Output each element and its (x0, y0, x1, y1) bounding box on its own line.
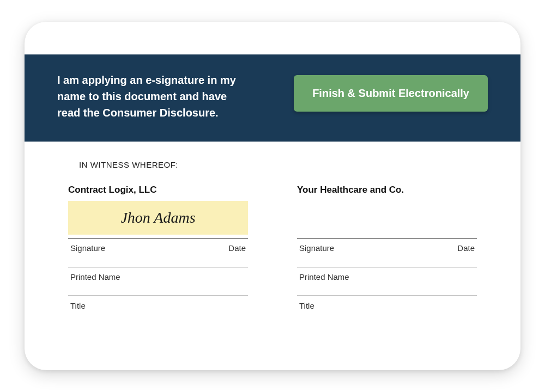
signature-label: Signature (299, 243, 334, 253)
date-label: Date (457, 243, 475, 253)
parties-row: Contract Logix, LLC Jhon Adams Signature… (68, 185, 477, 324)
signature-box-left[interactable]: Jhon Adams (68, 201, 248, 235)
disclosure-text: I am applying an e-signature in my name … (57, 72, 240, 121)
witness-heading: IN WITNESS WHEREOF: (68, 160, 477, 169)
title-row-left: Title (68, 296, 248, 324)
signature-label: Signature (70, 243, 105, 253)
party-name-left: Contract Logix, LLC (68, 185, 248, 195)
document-body: IN WITNESS WHEREOF: Contract Logix, LLC … (25, 142, 520, 341)
title-label: Title (299, 301, 314, 310)
title-row-right: Title (297, 296, 477, 324)
esignature-card: I am applying an e-signature in my name … (25, 22, 520, 370)
party-right: Your Healthcare and Co. Signature Date P… (297, 185, 477, 324)
signature-box-right[interactable] (297, 201, 477, 235)
signature-date-row-left: Signature Date (68, 238, 248, 267)
printed-name-row-right: Printed Name (297, 267, 477, 296)
title-label: Title (70, 301, 86, 310)
party-left: Contract Logix, LLC Jhon Adams Signature… (68, 185, 248, 324)
party-name-right: Your Healthcare and Co. (297, 185, 477, 195)
header-band: I am applying an e-signature in my name … (25, 54, 520, 142)
printed-name-row-left: Printed Name (68, 267, 248, 296)
signature-date-row-right: Signature Date (297, 238, 477, 267)
date-label: Date (228, 243, 246, 253)
finish-submit-button[interactable]: Finish & Submit Electronically (294, 75, 488, 112)
signature-value-left: Jhon Adams (120, 209, 195, 226)
printed-name-label: Printed Name (70, 272, 120, 281)
printed-name-label: Printed Name (299, 272, 349, 281)
